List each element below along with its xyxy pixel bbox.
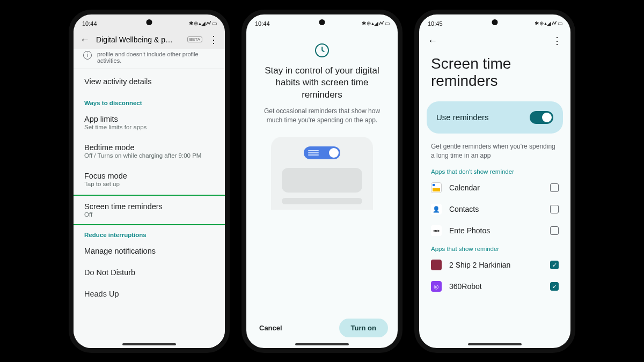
nav-bar-indicator[interactable] [122,343,176,345]
dialog-title: Stay in control of your digital habits w… [256,65,388,102]
app-name: 2 Ship 2 Harkinian [449,261,543,269]
ente-icon: ente [431,225,442,236]
setting-title: Bedtime mode [84,143,214,152]
setting-title: App limits [84,115,214,123]
dialog-subtitle: Get occasional reminders that show how m… [256,107,388,125]
setting-subtitle: Off [84,211,214,218]
section-ways-to-disconnect: Ways to disconnect [74,94,225,108]
dialog-body: Stay in control of your digital habits w… [246,31,398,310]
app-row-2ship[interactable]: 2 Ship 2 Harkinian ✓ [419,254,570,276]
turn-on-button[interactable]: Turn on [339,319,388,337]
setting-title: Focus mode [84,172,214,180]
camera-cutout [492,19,498,25]
clock: 10:45 [428,20,443,27]
beta-badge: BETA [187,36,202,42]
setting-heads-up[interactable]: Heads Up [74,283,225,298]
settings-list: i profile and doesn't include other prof… [74,49,225,348]
setting-title: Do Not Disturb [84,268,214,277]
setting-title: Manage notifications [84,247,214,255]
app-checkbox[interactable]: ✓ [550,261,559,269]
setting-subtitle: Off / Turns on while charging after 9:00… [84,152,214,159]
clock: 10:44 [255,20,270,27]
app-checkbox[interactable]: ✓ [550,282,559,291]
cancel-button[interactable]: Cancel [256,320,286,336]
status-icons: ✱ ⊕ ▴ ◢ 🗲 ▭ [362,20,389,26]
page-title: Screen time reminders [419,46,570,101]
app-icon [431,260,442,270]
app-bar: ← Digital Wellbeing & p… BETA ⋮ [74,31,225,49]
setting-title: Heads Up [84,290,214,298]
app-name: Ente Photos [449,226,543,235]
setting-do-not-disturb[interactable]: Do Not Disturb [74,262,225,283]
illustration-block [282,198,362,204]
more-icon[interactable]: ⋮ [209,35,218,45]
setting-title: Screen time reminders [84,202,214,211]
app-checkbox[interactable] [550,226,559,235]
profile-note: profile and doesn't include other profil… [74,49,225,69]
setting-screen-time-reminders[interactable]: Screen time reminders Off [74,195,225,225]
camera-cutout [147,19,152,25]
view-activity-link[interactable]: View activity details [74,69,225,94]
more-icon[interactable]: ⋮ [552,36,562,46]
back-icon[interactable]: ← [428,36,437,46]
card-label: Use reminders [436,113,489,122]
setting-app-limits[interactable]: App limits Set time limits for apps [74,108,225,137]
page-title: Digital Wellbeing & p… [96,35,179,44]
illustration-block [282,168,362,193]
section-apps-no-reminder: Apps that don't show reminder [419,164,570,177]
app-row-ente[interactable]: ente Ente Photos [419,220,570,241]
app-name: Calendar [449,183,543,192]
app-row-contacts[interactable]: 👤 Contacts [419,198,570,220]
dialog-actions: Cancel Turn on [246,310,398,348]
contacts-icon: 👤 [431,204,442,215]
status-icons: ✱ ⊕ ▴ ◢ 🗲 ▭ [535,20,562,26]
illustration-card [271,137,373,210]
app-name: 360Robot [449,282,543,291]
phone-digital-wellbeing: 10:44 ✱ ⊕ ▴ ◢ 🗲 ▭ ← Digital Wellbeing & … [69,10,230,353]
app-row-calendar[interactable]: Calendar [419,177,570,198]
camera-cutout [319,19,325,25]
use-reminders-card[interactable]: Use reminders [427,101,563,134]
clock: 10:44 [82,20,97,27]
section-apps-show-reminder: Apps that show reminder [419,241,570,254]
app-icon: ◎ [431,281,442,292]
info-icon: i [83,51,92,60]
clock-icon [315,43,329,57]
nav-bar-indicator[interactable] [295,343,349,345]
setting-subtitle: Tap to set up [84,181,214,187]
app-bar: ← ⋮ [419,31,570,46]
back-icon[interactable]: ← [80,35,90,45]
nav-bar-indicator[interactable] [468,343,522,345]
setting-focus-mode[interactable]: Focus mode Tap to set up [74,165,225,194]
app-checkbox[interactable] [550,183,559,192]
app-row-360robot[interactable]: ◎ 360Robot ✓ [419,276,570,297]
calendar-icon [431,182,442,193]
setting-subtitle: Set time limits for apps [84,124,214,130]
status-icons: ✱ ⊕ ▴ ◢ 🗲 ▭ [189,20,216,26]
app-checkbox[interactable] [550,205,559,213]
illustration-toggle [304,146,340,159]
section-reduce-interruptions: Reduce interruptions [74,226,225,240]
description-text: Get gentle reminders when you're spendin… [419,134,570,165]
setting-bedtime-mode[interactable]: Bedtime mode Off / Turns on while chargi… [74,137,225,165]
app-name: Contacts [449,205,543,213]
setting-manage-notifications[interactable]: Manage notifications [74,240,225,262]
use-reminders-toggle[interactable] [530,111,553,124]
phone-onboarding-dialog: 10:44 ✱ ⊕ ▴ ◢ 🗲 ▭ Stay in control of you… [241,10,402,353]
phone-screen-time-settings: 10:45 ✱ ⊕ ▴ ◢ 🗲 ▭ ← ⋮ Screen time remind… [414,10,575,353]
